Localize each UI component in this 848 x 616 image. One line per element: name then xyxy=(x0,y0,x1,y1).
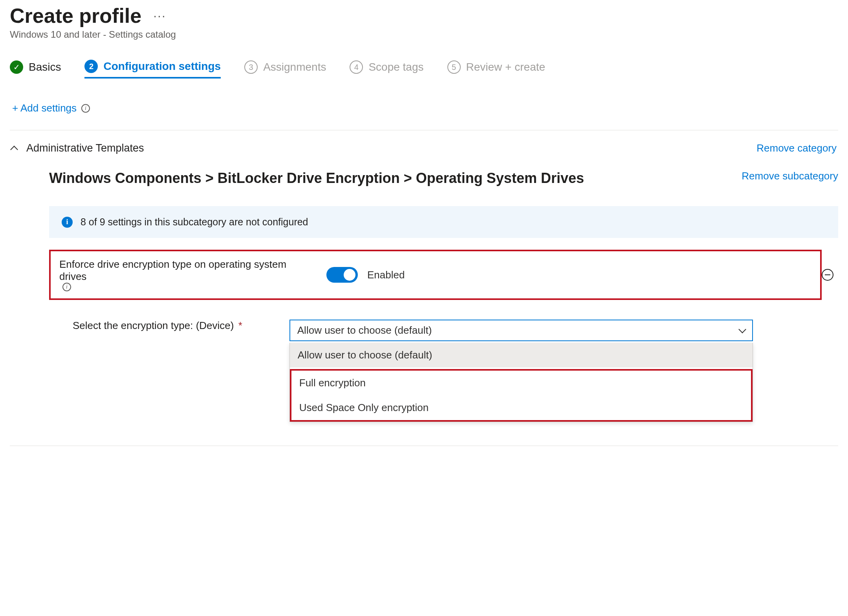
add-settings-link[interactable]: + Add settings xyxy=(12,102,77,114)
wizard-step-label: Assignments xyxy=(263,61,326,73)
step-number-icon: 3 xyxy=(244,60,258,74)
subcategory-title: Windows Components > BitLocker Drive Enc… xyxy=(49,170,584,186)
subcategory-row: Windows Components > BitLocker Drive Enc… xyxy=(49,170,838,186)
toggle-enforce-encryption[interactable] xyxy=(326,267,358,283)
wizard-step-basics[interactable]: ✓ Basics xyxy=(10,60,61,78)
info-icon[interactable]: i xyxy=(62,283,71,291)
info-icon[interactable]: i xyxy=(81,104,90,113)
wizard-step-label: Basics xyxy=(29,61,61,73)
page-subtitle: Windows 10 and later - Settings catalog xyxy=(10,29,838,40)
wizard-step-label: Review + create xyxy=(466,61,546,73)
page-title: Create profile xyxy=(10,4,141,27)
setting-name-wrap: Enforce drive encryption type on operati… xyxy=(59,258,303,291)
dropdown-option-used-space-only[interactable]: Used Space Only encryption xyxy=(291,395,751,420)
step-number-icon: 4 xyxy=(350,60,363,74)
wizard-step-label: Configuration settings xyxy=(103,60,221,73)
wizard-tabs: ✓ Basics 2 Configuration settings 3 Assi… xyxy=(10,60,838,79)
required-asterisk: * xyxy=(238,320,242,331)
add-settings-row: + Add settings i xyxy=(12,102,838,114)
dropdown-option-allow-user[interactable]: Allow user to choose (default) xyxy=(290,343,753,367)
category-header: Administrative Templates Remove category xyxy=(10,142,838,154)
wizard-step-review-create[interactable]: 5 Review + create xyxy=(447,60,546,78)
divider xyxy=(10,130,838,130)
page-root: Create profile ··· Windows 10 and later … xyxy=(0,0,848,462)
highlight-box: Enforce drive encryption type on operati… xyxy=(49,250,822,300)
minus-icon xyxy=(825,274,830,275)
check-icon: ✓ xyxy=(10,60,23,74)
wizard-step-assignments[interactable]: 3 Assignments xyxy=(244,60,326,78)
dropdown-select[interactable]: Allow user to choose (default) xyxy=(289,320,753,341)
field-label: Select the encryption type: (Device) * xyxy=(73,320,242,332)
highlight-box: Full encryption Used Space Only encrypti… xyxy=(290,369,753,422)
info-icon: i xyxy=(62,217,73,228)
remove-setting-button[interactable] xyxy=(822,269,833,281)
info-banner: i 8 of 9 settings in this subcategory ar… xyxy=(49,206,838,238)
toggle-knob-icon xyxy=(344,269,355,281)
wizard-step-configuration-settings[interactable]: 2 Configuration settings xyxy=(84,60,221,79)
chevron-up-icon[interactable] xyxy=(10,146,18,154)
category-title: Administrative Templates xyxy=(26,142,144,154)
divider xyxy=(10,446,838,446)
setting-row: Enforce drive encryption type on operati… xyxy=(49,250,838,300)
header: Create profile ··· Windows 10 and later … xyxy=(10,4,838,40)
field-row: Select the encryption type: (Device) * A… xyxy=(73,320,838,422)
dropdown-selected-value: Allow user to choose (default) xyxy=(297,324,432,336)
dropdown-list: Allow user to choose (default) Full encr… xyxy=(289,343,753,422)
step-number-icon: 5 xyxy=(447,60,461,74)
toggle-wrap: Enabled xyxy=(326,267,405,283)
step-number-icon: 2 xyxy=(84,60,98,73)
setting-name: Enforce drive encryption type on operati… xyxy=(59,258,303,283)
more-actions-icon[interactable]: ··· xyxy=(153,9,166,23)
toggle-state-label: Enabled xyxy=(367,269,405,281)
remove-category-link[interactable]: Remove category xyxy=(756,142,837,154)
wizard-step-scope-tags[interactable]: 4 Scope tags xyxy=(350,60,423,78)
wizard-step-label: Scope tags xyxy=(368,61,423,73)
dropdown-option-full-encryption[interactable]: Full encryption xyxy=(291,371,751,395)
field-label-text: Select the encryption type: (Device) xyxy=(73,320,234,331)
info-banner-text: 8 of 9 settings in this subcategory are … xyxy=(81,216,308,228)
chevron-down-icon xyxy=(738,325,746,333)
remove-subcategory-link[interactable]: Remove subcategory xyxy=(742,170,838,182)
encryption-type-dropdown: Allow user to choose (default) Allow use… xyxy=(289,320,753,422)
